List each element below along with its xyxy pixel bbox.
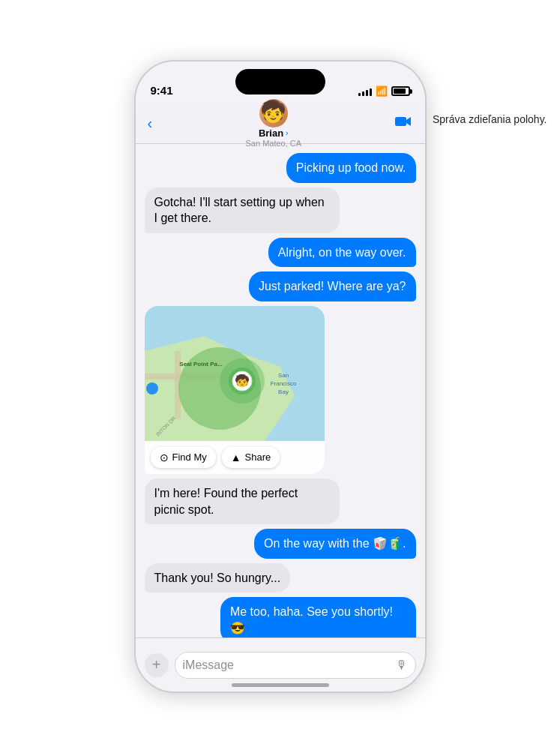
annotation-text: Správa zdieľania polohy. xyxy=(433,112,553,128)
bar4 xyxy=(370,88,372,96)
imessage-placeholder: iMessage xyxy=(183,658,234,672)
table-row: Gotcha! I'll start setting up when I get… xyxy=(145,188,416,233)
scene: Správa zdieľania polohy. 9:41 📶 xyxy=(0,0,560,756)
avatar-emoji: 🧒 xyxy=(260,99,286,124)
map-preview[interactable]: 🧒 Seal Point Pa... San Francisco Bay INT… xyxy=(145,306,325,441)
svg-text:Bay: Bay xyxy=(278,388,289,395)
table-row: I'm here! Found the perfect picnic spot. xyxy=(145,478,416,524)
contact-chevron-icon: › xyxy=(286,128,289,137)
bar3 xyxy=(366,90,368,96)
svg-text:Seal Point Pa...: Seal Point Pa... xyxy=(179,361,222,368)
find-my-icon: ⊙ xyxy=(160,452,169,464)
share-label: Share xyxy=(245,452,271,463)
message-bubble-sent: On the way with the 🥡🧃. xyxy=(254,529,415,559)
video-call-button[interactable] xyxy=(394,113,412,133)
microphone-icon[interactable]: 🎙 xyxy=(396,658,408,672)
contact-name-row: Brian › xyxy=(259,128,289,139)
svg-text:🧒: 🧒 xyxy=(235,374,250,388)
svg-text:San: San xyxy=(277,372,288,379)
table-row: Just parked! Where are ya? xyxy=(145,272,416,302)
contact-name: Brian xyxy=(259,128,283,139)
table-row: Thank you! So hungry... xyxy=(145,563,416,593)
nav-bar: ‹ 🧒 Brian › San Mateo, CA xyxy=(136,103,425,144)
plus-icon: + xyxy=(152,656,161,674)
home-indicator xyxy=(232,683,329,687)
signal-icon xyxy=(358,87,372,96)
message-bubble-received: I'm here! Found the perfect picnic spot. xyxy=(145,478,340,524)
location-share-bubble[interactable]: 🧒 Seal Point Pa... San Francisco Bay INT… xyxy=(145,306,325,474)
message-bubble-received: Thank you! So hungry... xyxy=(145,563,291,593)
share-location-button[interactable]: ▲ Share xyxy=(222,447,280,468)
back-chevron-icon: ‹ xyxy=(148,115,153,132)
map-action-buttons: ⊙ Find My ▲ Share xyxy=(145,441,325,474)
message-bubble-sent: Alright, on the way over. xyxy=(268,238,416,268)
contact-location: San Mateo, CA xyxy=(246,139,302,148)
messages-area: Picking up food now. Gotcha! I'll start … xyxy=(136,144,425,638)
avatar: 🧒 xyxy=(259,99,288,128)
table-row: Me too, haha. See you shortly! 😎 xyxy=(145,597,416,638)
bar2 xyxy=(362,92,364,96)
status-icons: 📶 xyxy=(358,86,410,97)
table-row: Picking up food now. xyxy=(145,153,416,183)
contact-info[interactable]: 🧒 Brian › San Mateo, CA xyxy=(246,99,302,148)
message-input[interactable]: iMessage 🎙 xyxy=(175,652,416,679)
phone-frame: 9:41 📶 ‹ 🧒 xyxy=(134,60,427,693)
message-bubble-sent: Just parked! Where are ya? xyxy=(249,272,416,302)
message-bubble-sent: Picking up food now. xyxy=(286,153,416,183)
svg-point-16 xyxy=(146,382,158,394)
svg-text:Francisco: Francisco xyxy=(270,380,296,387)
message-bubble-sent: Me too, haha. See you shortly! 😎 xyxy=(220,597,416,638)
back-button[interactable]: ‹ xyxy=(148,115,153,132)
svg-rect-0 xyxy=(395,117,406,126)
battery-fill xyxy=(394,88,406,94)
message-bubble-received: Gotcha! I'll start setting up when I get… xyxy=(145,188,340,233)
bar1 xyxy=(358,93,361,96)
battery-icon xyxy=(391,86,410,96)
status-time: 9:41 xyxy=(151,84,173,97)
share-icon: ▲ xyxy=(231,452,241,464)
table-row: Alright, on the way over. xyxy=(145,238,416,268)
table-row: On the way with the 🥡🧃. xyxy=(145,529,416,559)
wifi-icon: 📶 xyxy=(376,86,388,97)
add-attachment-button[interactable]: + xyxy=(145,653,169,677)
find-my-button[interactable]: ⊙ Find My xyxy=(151,447,216,468)
dynamic-island xyxy=(235,69,325,94)
find-my-label: Find My xyxy=(172,452,207,463)
table-row[interactable]: 🧒 Seal Point Pa... San Francisco Bay INT… xyxy=(145,306,416,474)
